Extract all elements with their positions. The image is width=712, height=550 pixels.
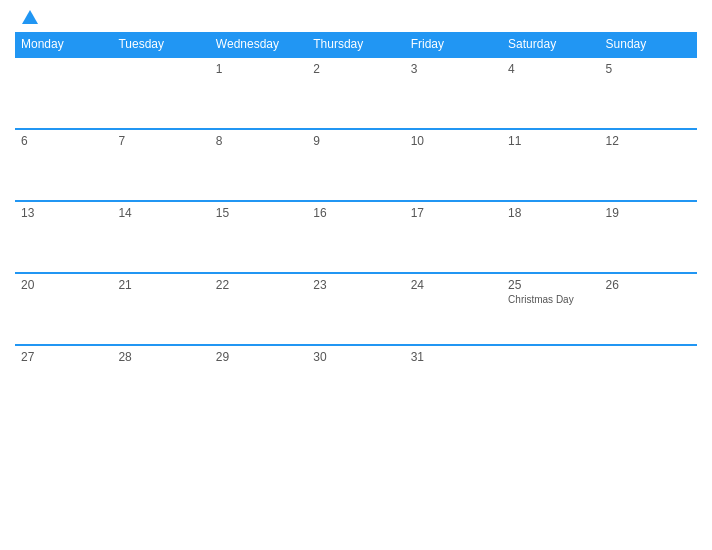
day-number: 9 [313,134,320,148]
day-number: 8 [216,134,223,148]
calendar-week-row: 6789101112 [15,129,697,201]
calendar-cell: 31 [405,345,502,417]
calendar-cell: 18 [502,201,599,273]
day-number: 10 [411,134,424,148]
calendar-cell: 23 [307,273,404,345]
day-number: 17 [411,206,424,220]
day-number: 19 [606,206,619,220]
weekday-header-friday: Friday [405,32,502,57]
calendar-cell: 19 [600,201,697,273]
weekday-header-row: MondayTuesdayWednesdayThursdayFridaySatu… [15,32,697,57]
calendar-week-row: 12345 [15,57,697,129]
day-number: 4 [508,62,515,76]
day-number: 24 [411,278,424,292]
calendar-cell: 27 [15,345,112,417]
day-number: 31 [411,350,424,364]
day-number: 27 [21,350,34,364]
calendar-cell: 15 [210,201,307,273]
calendar-cell: 17 [405,201,502,273]
calendar-cell: 9 [307,129,404,201]
day-number: 21 [118,278,131,292]
day-number: 20 [21,278,34,292]
day-number: 22 [216,278,229,292]
day-number: 30 [313,350,326,364]
day-number: 29 [216,350,229,364]
calendar-cell: 12 [600,129,697,201]
day-number: 1 [216,62,223,76]
day-number: 13 [21,206,34,220]
day-number: 18 [508,206,521,220]
day-number: 15 [216,206,229,220]
day-number: 11 [508,134,521,148]
calendar-week-row: 13141516171819 [15,201,697,273]
day-number: 3 [411,62,418,76]
calendar-cell: 2 [307,57,404,129]
calendar-cell [15,57,112,129]
calendar-container: MondayTuesdayWednesdayThursdayFridaySatu… [0,0,712,550]
day-number: 26 [606,278,619,292]
weekday-header-tuesday: Tuesday [112,32,209,57]
calendar-cell: 5 [600,57,697,129]
calendar-cell: 26 [600,273,697,345]
calendar-cell [112,57,209,129]
calendar-cell: 29 [210,345,307,417]
weekday-header-thursday: Thursday [307,32,404,57]
calendar-cell: 1 [210,57,307,129]
weekday-header-saturday: Saturday [502,32,599,57]
calendar-cell: 30 [307,345,404,417]
calendar-cell: 28 [112,345,209,417]
day-number: 12 [606,134,619,148]
logo [20,10,38,24]
calendar-cell: 25Christmas Day [502,273,599,345]
day-number: 25 [508,278,521,292]
calendar-cell: 3 [405,57,502,129]
calendar-cell: 13 [15,201,112,273]
calendar-cell: 7 [112,129,209,201]
day-number: 6 [21,134,28,148]
calendar-cell: 24 [405,273,502,345]
calendar-cell: 14 [112,201,209,273]
calendar-header [15,10,697,24]
logo-triangle-icon [22,10,38,24]
day-number: 2 [313,62,320,76]
calendar-week-row: 2728293031 [15,345,697,417]
calendar-cell: 22 [210,273,307,345]
weekday-header-wednesday: Wednesday [210,32,307,57]
weekday-header-sunday: Sunday [600,32,697,57]
calendar-table: MondayTuesdayWednesdayThursdayFridaySatu… [15,32,697,417]
day-number: 28 [118,350,131,364]
calendar-cell: 21 [112,273,209,345]
calendar-cell: 10 [405,129,502,201]
calendar-cell: 8 [210,129,307,201]
calendar-cell: 6 [15,129,112,201]
calendar-week-row: 202122232425Christmas Day26 [15,273,697,345]
holiday-label: Christmas Day [508,294,593,305]
day-number: 16 [313,206,326,220]
day-number: 7 [118,134,125,148]
day-number: 5 [606,62,613,76]
calendar-cell: 4 [502,57,599,129]
calendar-cell: 20 [15,273,112,345]
day-number: 14 [118,206,131,220]
calendar-cell: 16 [307,201,404,273]
calendar-cell [502,345,599,417]
day-number: 23 [313,278,326,292]
calendar-cell [600,345,697,417]
calendar-cell: 11 [502,129,599,201]
weekday-header-monday: Monday [15,32,112,57]
